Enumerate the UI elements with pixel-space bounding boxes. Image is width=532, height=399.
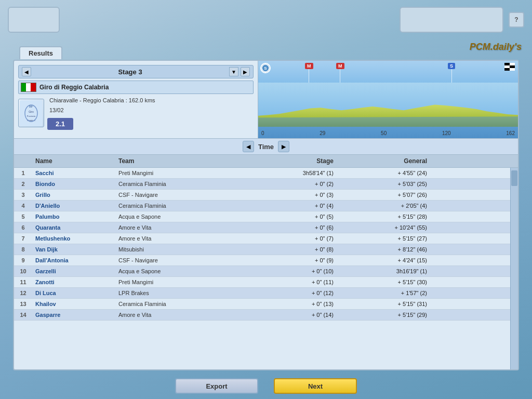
cell-pos: 2 xyxy=(14,180,32,188)
cell-team: LPR Brakes xyxy=(115,289,245,297)
cell-team: Acqua e Sapone xyxy=(115,267,245,275)
cell-pos: 10 xyxy=(14,267,32,275)
next-button[interactable]: Next xyxy=(274,378,357,394)
cell-general: + 4'24" (15) xyxy=(339,256,432,264)
table-row[interactable]: 12 Di Luca LPR Brakes + 0" (12) + 1'57" … xyxy=(14,288,510,299)
scroll-thumb[interactable] xyxy=(511,170,517,186)
svg-text:Giro: Giro xyxy=(29,110,34,113)
cell-name: Quaranta xyxy=(32,223,115,232)
finish-icon xyxy=(504,63,515,73)
cell-general: + 2'05" (4) xyxy=(339,202,432,210)
profile-label-0: 0 xyxy=(261,130,264,136)
svg-rect-8 xyxy=(504,63,510,65)
table-row[interactable]: 6 Quaranta Amore e Vita + 0" (6) + 10'24… xyxy=(14,222,510,233)
stage-next-button[interactable]: ▶ xyxy=(241,67,250,76)
cell-general: + 10'24" (55) xyxy=(339,223,432,232)
cell-team: Amore e Vita xyxy=(115,311,245,319)
export-button[interactable]: Export xyxy=(175,378,258,394)
results-section: ◀ Time ▶ Name Team Stage General 1 Sacch… xyxy=(14,139,518,369)
cell-general: + 5'15" (28) xyxy=(339,212,432,221)
cell-pos: 3 xyxy=(14,191,32,199)
cell-pos: 12 xyxy=(14,289,32,297)
cell-name: Van Dijk xyxy=(32,245,115,254)
cell-pos: 5 xyxy=(14,212,32,221)
table-row[interactable]: 4 D'Aniello Ceramica Flaminia + 0" (4) +… xyxy=(14,201,510,211)
cell-general: + 5'15" (29) xyxy=(339,311,432,319)
results-next-button[interactable]: ▶ xyxy=(278,141,289,152)
cell-stage: + 0" (2) xyxy=(245,180,339,188)
stage-prev-button[interactable]: ◀ xyxy=(22,67,31,76)
cell-name: Dall'Antonia xyxy=(32,256,115,264)
top-bar: ? xyxy=(0,0,532,39)
cell-general: + 4'55" (24) xyxy=(339,169,432,177)
cell-name: Di Luca xyxy=(32,289,115,297)
header-scroll-space xyxy=(432,156,440,166)
top-section: ◀ Stage 3 ▼ ▶ Giro di Reggio Calabria 59… xyxy=(14,61,518,139)
help-button[interactable]: ? xyxy=(509,12,524,28)
results-view-label: Time xyxy=(258,143,274,151)
cell-pos: 13 xyxy=(14,300,32,308)
cell-stage: + 0" (10) xyxy=(245,267,339,275)
top-right-button[interactable] xyxy=(400,7,503,33)
cell-team: Amore e Vita xyxy=(115,234,245,243)
cell-team: CSF - Navigare xyxy=(115,191,245,199)
scrollbar[interactable] xyxy=(510,168,518,369)
cell-general: + 5'15" (31) xyxy=(339,300,432,308)
cell-name: Gasparre xyxy=(32,311,115,319)
cell-team: CSF - Navigare xyxy=(115,256,245,264)
stage-dropdown-button[interactable]: ▼ xyxy=(229,67,238,76)
results-prev-button[interactable]: ◀ xyxy=(243,141,254,152)
cell-general: + 5'15" (30) xyxy=(339,278,432,286)
table-row[interactable]: 5 Palumbo Acqua e Sapone + 0" (5) + 5'15… xyxy=(14,211,510,222)
table-row[interactable]: 14 Gasparre Amore e Vita + 0" (14) + 5'1… xyxy=(14,310,510,321)
cell-name: Sacchi xyxy=(32,169,115,177)
svg-rect-10 xyxy=(504,65,510,68)
profile-label-29: 29 xyxy=(320,130,325,136)
table-row[interactable]: 3 Grillo CSF - Navigare + 0" (3) + 5'07"… xyxy=(14,190,510,201)
cell-general: 3h16'19" (1) xyxy=(339,267,432,275)
top-left-button[interactable] xyxy=(8,7,60,33)
cell-general: + 5'15" (27) xyxy=(339,234,432,243)
stage-profile: S M xyxy=(258,61,518,138)
profile-labels: 0 29 50 120 162 xyxy=(258,130,518,136)
cell-team: Ceramica Flaminia xyxy=(115,300,245,308)
cell-stage: + 0" (12) xyxy=(245,289,339,297)
svg-rect-9 xyxy=(510,63,515,65)
stage-title: Stage 3 xyxy=(33,68,227,76)
table-body: 1 Sacchi Preti Mangimi 3h58'14" (1) + 4'… xyxy=(14,168,510,369)
cell-stage: + 0" (4) xyxy=(245,202,339,210)
table-row[interactable]: 8 Van Dijk Mitsubishi + 0" (8) + 8'12" (… xyxy=(14,244,510,255)
results-tab[interactable]: Results xyxy=(19,46,62,59)
route-text: Chiaravalle - Reggio Calabria : 162.0 km… xyxy=(47,96,157,104)
race-logo: 59° Giro Provincia Reggio C xyxy=(18,99,44,127)
table-row[interactable]: 11 Zanotti Preti Mangimi + 0" (11) + 5'1… xyxy=(14,277,510,288)
table-row[interactable]: 1 Sacchi Preti Mangimi 3h58'14" (1) + 4'… xyxy=(14,168,510,179)
cell-stage: + 0" (14) xyxy=(245,311,339,319)
header-pos xyxy=(14,156,32,166)
cell-pos: 9 xyxy=(14,256,32,264)
left-info: ◀ Stage 3 ▼ ▶ Giro di Reggio Calabria 59… xyxy=(14,61,258,138)
cell-team: Ceramica Flaminia xyxy=(115,180,245,188)
terrain-svg xyxy=(258,83,518,127)
cell-pos: 11 xyxy=(14,278,32,286)
svg-rect-13 xyxy=(510,68,515,71)
cell-pos: 7 xyxy=(14,234,32,243)
table-row[interactable]: 2 Biondo Ceramica Flaminia + 0" (2) + 5'… xyxy=(14,179,510,190)
table-row[interactable]: 13 Khailov Ceramica Flaminia + 0" (13) +… xyxy=(14,299,510,310)
table-row[interactable]: 7 Metlushenko Amore e Vita + 0" (7) + 5'… xyxy=(14,233,510,244)
cell-stage: + 0" (9) xyxy=(245,256,339,264)
top-right-area: ? xyxy=(400,7,524,33)
cell-general: + 5'07" (26) xyxy=(339,191,432,199)
table-row[interactable]: 9 Dall'Antonia CSF - Navigare + 0" (9) +… xyxy=(14,255,510,266)
cell-general: + 8'12" (46) xyxy=(339,245,432,254)
header-general: General xyxy=(339,156,432,166)
cell-general: + 5'03" (25) xyxy=(339,180,432,188)
sprint-marker-3: S xyxy=(448,63,455,69)
cell-name: Palumbo xyxy=(32,212,115,221)
table-row[interactable]: 10 Garzelli Acqua e Sapone + 0" (10) 3h1… xyxy=(14,266,510,277)
category-badge: 2.1 xyxy=(47,118,73,130)
cell-team: Amore e Vita xyxy=(115,223,245,232)
svg-rect-12 xyxy=(504,68,510,71)
cell-team: Preti Mangimi xyxy=(115,169,245,177)
cell-team: Ceramica Flaminia xyxy=(115,202,245,210)
